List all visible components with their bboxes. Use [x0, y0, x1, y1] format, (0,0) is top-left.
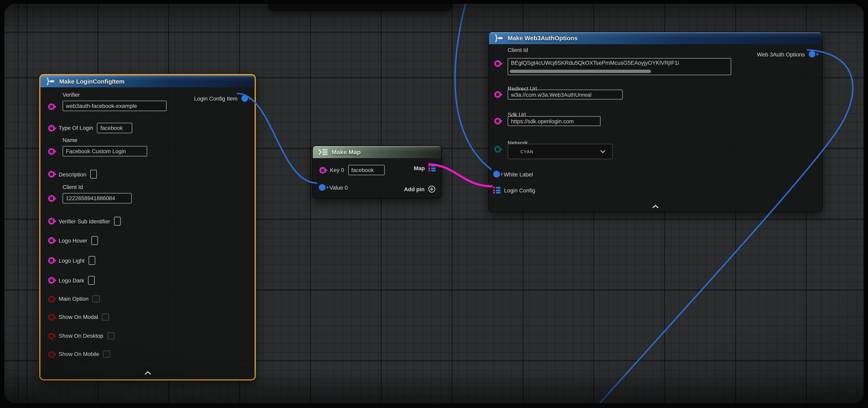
output-row-map: Map	[414, 165, 436, 171]
collapse-node-button[interactable]	[652, 205, 659, 208]
verifier-sub-identifier-input[interactable]	[114, 217, 121, 226]
row-key0: Key 0 facebook	[319, 165, 384, 175]
input-pin-main-option[interactable]	[48, 296, 55, 302]
add-pin-icon	[428, 185, 436, 193]
pin-label-logo-dark: Logo Dark	[59, 277, 84, 283]
logo-dark-input[interactable]	[88, 276, 95, 285]
pin-label-logo-hover: Logo Hover	[59, 237, 87, 243]
pin-label-value0: Value 0	[330, 184, 348, 191]
node-make-map[interactable]: Make Map Key 0 facebook Map Value 0 Add …	[312, 145, 442, 199]
input-pin-redirect-url[interactable]	[494, 91, 501, 98]
pin-label-show-on-desktop: Show On Desktop	[59, 333, 103, 339]
node-header[interactable]: Make LoginConfigItem	[40, 75, 254, 88]
row-white-label: White Label	[493, 171, 533, 177]
row-logo-dark: Logo Dark	[48, 276, 95, 285]
output-pin-label: Web 3Auth Options	[757, 51, 805, 57]
pin-label-type-of-login: Type Of Login	[59, 125, 93, 131]
input-pin-login-config[interactable]	[493, 187, 500, 194]
add-pin-button[interactable]: Add pin	[404, 185, 436, 193]
main-option-checkbox[interactable]	[92, 295, 100, 303]
graph-viewport[interactable]: Make LoginConfigItem Login Config Item V…	[4, 4, 864, 403]
pin-label-client-id: Client Id	[507, 47, 528, 53]
output-row-login-config-item: Login Config Item	[194, 95, 248, 102]
row-value0: Value 0	[319, 184, 348, 191]
input-pin-type-of-login[interactable]	[48, 125, 55, 131]
type-of-login-input[interactable]: facebook	[97, 123, 132, 133]
pin-label-verifier: Verifier	[63, 92, 80, 98]
output-pin-label: Map	[414, 165, 425, 171]
row-verifier-sub-identifier: Verifier Sub Identifier	[48, 217, 121, 226]
blueprint-graph: Make LoginConfigItem Login Config Item V…	[0, 0, 868, 408]
sdk-url-input[interactable]: https://sdk.openlogin.com	[507, 116, 600, 126]
row-description: Description	[48, 170, 97, 179]
node-make-loginconfigitem[interactable]: Make LoginConfigItem Login Config Item V…	[39, 74, 256, 380]
pin-label-main-option: Main Option	[59, 296, 89, 302]
show-on-mobile-checkbox[interactable]	[103, 350, 111, 358]
input-pin-show-on-modal[interactable]	[48, 314, 55, 320]
row-show-on-desktop: Show On Desktop	[48, 332, 115, 340]
node-header[interactable]: Make Web3AuthOptions	[489, 32, 822, 44]
pin-label-key0: Key 0	[330, 167, 344, 173]
name-input[interactable]: Facebook Custom Login	[63, 146, 147, 157]
row-logo-light: Logo Light	[48, 256, 95, 265]
node-title: Make Web3AuthOptions	[507, 35, 578, 41]
pin-label-show-on-modal: Show On Modal	[59, 314, 98, 320]
pin-label-logo-light: Logo Light	[59, 258, 85, 264]
input-pin-show-on-desktop[interactable]	[48, 333, 55, 339]
input-pin-client-id[interactable]	[48, 195, 55, 202]
client-id-scrollbar[interactable]	[510, 70, 651, 73]
chevron-down-icon	[600, 150, 606, 153]
show-on-desktop-checkbox[interactable]	[107, 332, 115, 340]
verifier-input[interactable]: web3auth-facebook-example	[63, 101, 167, 111]
row-type-of-login: Type Of Login facebook	[48, 123, 132, 133]
input-pin-name[interactable]	[48, 148, 55, 155]
pin-label-white-label: White Label	[504, 171, 533, 177]
input-pin-white-label[interactable]	[493, 171, 500, 177]
input-pin-value0[interactable]	[319, 184, 326, 191]
input-pin-verifier[interactable]	[48, 103, 55, 110]
client-id-text: BEglQSgt4cUWcj6SKRdu5QkOXTsePmMcusG5EAoy…	[511, 60, 679, 66]
input-pin-logo-hover[interactable]	[48, 237, 55, 244]
node-make-web3authoptions[interactable]: Make Web3AuthOptions Web 3Auth Options C…	[488, 32, 823, 212]
make-struct-icon	[493, 34, 504, 42]
logo-hover-input[interactable]	[91, 236, 98, 245]
row-main-option: Main Option	[48, 295, 100, 303]
logo-light-input[interactable]	[88, 256, 95, 265]
row-login-config: Login Config	[493, 187, 535, 194]
row-show-on-modal: Show On Modal	[48, 313, 109, 321]
input-pin-logo-dark[interactable]	[48, 277, 55, 284]
client-id-input[interactable]: 1222658941886084	[63, 193, 132, 204]
offscreen-node-edge[interactable]	[269, 4, 452, 10]
pin-label-description: Description	[59, 171, 87, 177]
input-pin-client-id[interactable]	[494, 60, 501, 67]
pin-label-login-config: Login Config	[504, 187, 535, 193]
node-header[interactable]: Make Map	[313, 146, 441, 158]
client-id-input[interactable]: BEglQSgt4cUWcj6SKRdu5QkOXTsePmMcusG5EAoy…	[507, 58, 731, 75]
make-struct-icon	[45, 77, 56, 85]
output-row-web3auth-options: Web 3Auth Options	[757, 51, 815, 58]
pin-label-verifier-sub-identifier: Verifier Sub Identifier	[59, 218, 110, 224]
pin-label-name: Name	[63, 137, 78, 143]
network-dropdown[interactable]: CYAN	[507, 144, 613, 159]
input-pin-description[interactable]	[48, 171, 55, 177]
input-pin-network[interactable]	[494, 146, 501, 152]
input-pin-key0[interactable]	[319, 167, 326, 173]
add-pin-label: Add pin	[404, 186, 425, 192]
output-pin-label: Login Config Item	[194, 95, 238, 101]
input-pin-sdk-url[interactable]	[494, 118, 501, 125]
input-pin-verifier-sub-identifier[interactable]	[48, 218, 55, 225]
row-logo-hover: Logo Hover	[48, 236, 98, 245]
input-pin-logo-light[interactable]	[48, 257, 55, 264]
description-input[interactable]	[90, 170, 97, 179]
input-pin-show-on-mobile[interactable]	[48, 351, 55, 358]
output-pin-web3auth-options[interactable]	[809, 51, 815, 58]
key0-input[interactable]: facebook	[348, 165, 384, 175]
collapse-node-button[interactable]	[144, 371, 151, 375]
pin-label-show-on-mobile: Show On Mobile	[59, 351, 99, 357]
make-map-icon	[317, 148, 328, 156]
network-dropdown-value: CYAN	[508, 149, 533, 154]
node-title: Make LoginConfigItem	[59, 78, 124, 84]
redirect-url-input[interactable]: w3a://com.w3a.Web3AuthUnreal	[507, 90, 623, 100]
show-on-modal-checkbox[interactable]	[102, 313, 109, 321]
pin-label-client-id: Client Id	[63, 184, 83, 190]
